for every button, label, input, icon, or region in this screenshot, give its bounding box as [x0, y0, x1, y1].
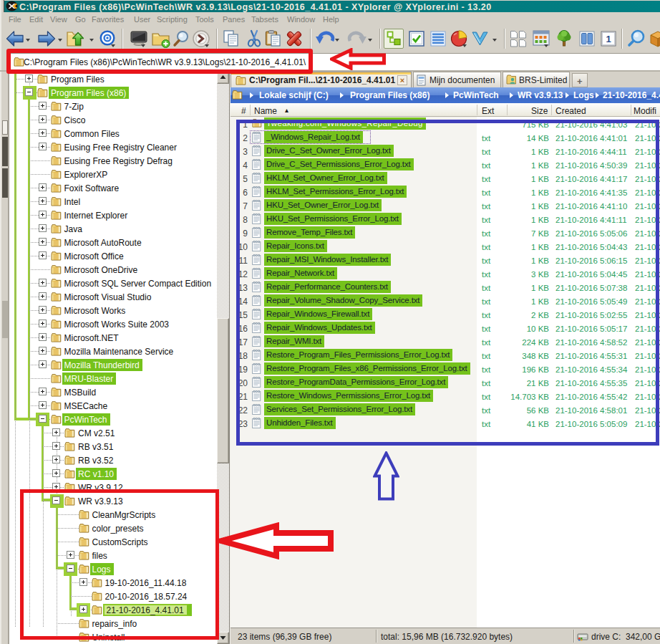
svg-text:1: 1 [606, 34, 611, 44]
